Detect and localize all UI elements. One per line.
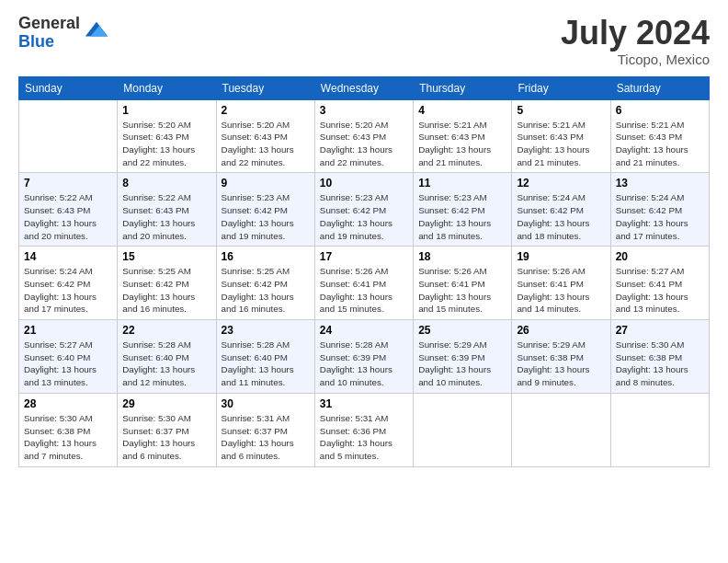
calendar-cell: 7Sunrise: 5:22 AMSunset: 6:43 PMDaylight… bbox=[19, 173, 118, 247]
calendar-cell: 12Sunrise: 5:24 AMSunset: 6:42 PMDayligh… bbox=[512, 173, 610, 247]
calendar-cell: 5Sunrise: 5:21 AMSunset: 6:43 PMDaylight… bbox=[512, 99, 610, 173]
day-of-week-wednesday: Wednesday bbox=[314, 76, 413, 99]
day-info: Sunrise: 5:23 AMSunset: 6:42 PMDaylight:… bbox=[418, 191, 506, 242]
logo-icon bbox=[84, 17, 109, 43]
week-row-5: 28Sunrise: 5:30 AMSunset: 6:38 PMDayligh… bbox=[19, 393, 710, 466]
day-number: 16 bbox=[222, 250, 310, 263]
calendar-cell: 6Sunrise: 5:21 AMSunset: 6:43 PMDaylight… bbox=[610, 99, 709, 173]
day-info: Sunrise: 5:26 AMSunset: 6:41 PMDaylight:… bbox=[320, 265, 408, 316]
calendar-cell: 20Sunrise: 5:27 AMSunset: 6:41 PMDayligh… bbox=[610, 247, 709, 320]
day-number: 31 bbox=[320, 397, 408, 410]
day-info: Sunrise: 5:23 AMSunset: 6:42 PMDaylight:… bbox=[320, 191, 408, 242]
title-block: July 2024 Ticopo, Mexico bbox=[561, 15, 710, 67]
day-number: 23 bbox=[222, 324, 310, 337]
calendar-cell: 15Sunrise: 5:25 AMSunset: 6:42 PMDayligh… bbox=[118, 247, 216, 320]
day-info: Sunrise: 5:28 AMSunset: 6:39 PMDaylight:… bbox=[320, 339, 408, 389]
week-row-1: 1Sunrise: 5:20 AMSunset: 6:43 PMDaylight… bbox=[19, 99, 710, 173]
calendar-cell bbox=[512, 393, 610, 466]
day-info: Sunrise: 5:22 AMSunset: 6:43 PMDaylight:… bbox=[122, 191, 210, 242]
day-number: 11 bbox=[418, 177, 506, 190]
day-number: 7 bbox=[24, 177, 112, 190]
calendar-cell: 2Sunrise: 5:20 AMSunset: 6:43 PMDaylight… bbox=[216, 99, 314, 173]
day-info: Sunrise: 5:20 AMSunset: 6:43 PMDaylight:… bbox=[222, 119, 310, 169]
calendar-cell bbox=[414, 393, 512, 466]
day-number: 15 bbox=[122, 250, 210, 263]
calendar-cell: 24Sunrise: 5:28 AMSunset: 6:39 PMDayligh… bbox=[314, 320, 413, 394]
day-info: Sunrise: 5:27 AMSunset: 6:40 PMDaylight:… bbox=[24, 339, 112, 389]
logo-general: General bbox=[18, 15, 80, 33]
day-info: Sunrise: 5:20 AMSunset: 6:43 PMDaylight:… bbox=[122, 119, 210, 169]
calendar-cell: 27Sunrise: 5:30 AMSunset: 6:38 PMDayligh… bbox=[610, 320, 709, 394]
day-number: 5 bbox=[517, 104, 605, 117]
calendar-cell: 8Sunrise: 5:22 AMSunset: 6:43 PMDaylight… bbox=[118, 173, 216, 247]
day-number: 26 bbox=[517, 324, 605, 337]
day-info: Sunrise: 5:21 AMSunset: 6:43 PMDaylight:… bbox=[616, 119, 704, 169]
day-info: Sunrise: 5:21 AMSunset: 6:43 PMDaylight:… bbox=[418, 119, 506, 169]
calendar-cell: 10Sunrise: 5:23 AMSunset: 6:42 PMDayligh… bbox=[314, 173, 413, 247]
day-number: 4 bbox=[418, 104, 506, 117]
week-row-2: 7Sunrise: 5:22 AMSunset: 6:43 PMDaylight… bbox=[19, 173, 710, 247]
logo-text: General Blue bbox=[18, 15, 80, 52]
day-of-week-monday: Monday bbox=[118, 76, 216, 99]
day-number: 22 bbox=[122, 324, 210, 337]
calendar-cell: 28Sunrise: 5:30 AMSunset: 6:38 PMDayligh… bbox=[19, 393, 118, 466]
calendar-cell: 19Sunrise: 5:26 AMSunset: 6:41 PMDayligh… bbox=[512, 247, 610, 320]
day-info: Sunrise: 5:31 AMSunset: 6:37 PMDaylight:… bbox=[222, 412, 310, 463]
calendar-cell: 22Sunrise: 5:28 AMSunset: 6:40 PMDayligh… bbox=[118, 320, 216, 394]
day-number: 1 bbox=[122, 104, 210, 117]
day-number: 19 bbox=[517, 250, 605, 263]
day-info: Sunrise: 5:30 AMSunset: 6:38 PMDaylight:… bbox=[24, 412, 112, 463]
day-of-week-thursday: Thursday bbox=[414, 76, 512, 99]
day-number: 13 bbox=[616, 177, 704, 190]
day-number: 24 bbox=[320, 324, 408, 337]
day-of-week-friday: Friday bbox=[512, 76, 610, 99]
calendar-cell: 4Sunrise: 5:21 AMSunset: 6:43 PMDaylight… bbox=[414, 99, 512, 173]
day-number: 17 bbox=[320, 250, 408, 263]
calendar-cell: 11Sunrise: 5:23 AMSunset: 6:42 PMDayligh… bbox=[414, 173, 512, 247]
day-info: Sunrise: 5:22 AMSunset: 6:43 PMDaylight:… bbox=[24, 191, 112, 242]
day-info: Sunrise: 5:31 AMSunset: 6:36 PMDaylight:… bbox=[320, 412, 408, 463]
day-info: Sunrise: 5:30 AMSunset: 6:37 PMDaylight:… bbox=[122, 412, 210, 463]
calendar-cell bbox=[610, 393, 709, 466]
week-row-3: 14Sunrise: 5:24 AMSunset: 6:42 PMDayligh… bbox=[19, 247, 710, 320]
day-of-week-tuesday: Tuesday bbox=[216, 76, 314, 99]
day-number: 30 bbox=[222, 397, 310, 410]
day-number: 14 bbox=[24, 250, 112, 263]
day-info: Sunrise: 5:21 AMSunset: 6:43 PMDaylight:… bbox=[517, 119, 605, 169]
calendar-cell: 25Sunrise: 5:29 AMSunset: 6:39 PMDayligh… bbox=[414, 320, 512, 394]
day-number: 29 bbox=[122, 397, 210, 410]
calendar-cell: 26Sunrise: 5:29 AMSunset: 6:38 PMDayligh… bbox=[512, 320, 610, 394]
day-number: 6 bbox=[616, 104, 704, 117]
day-number: 20 bbox=[616, 250, 704, 263]
day-info: Sunrise: 5:26 AMSunset: 6:41 PMDaylight:… bbox=[418, 265, 506, 316]
header: General Blue July 2024 Ticopo, Mexico bbox=[18, 15, 710, 67]
day-number: 21 bbox=[24, 324, 112, 337]
calendar-cell: 21Sunrise: 5:27 AMSunset: 6:40 PMDayligh… bbox=[19, 320, 118, 394]
day-number: 8 bbox=[122, 177, 210, 190]
day-info: Sunrise: 5:24 AMSunset: 6:42 PMDaylight:… bbox=[517, 191, 605, 242]
day-info: Sunrise: 5:30 AMSunset: 6:38 PMDaylight:… bbox=[616, 339, 704, 389]
calendar-cell: 31Sunrise: 5:31 AMSunset: 6:36 PMDayligh… bbox=[314, 393, 413, 466]
header-row: SundayMondayTuesdayWednesdayThursdayFrid… bbox=[19, 76, 710, 99]
calendar-table: SundayMondayTuesdayWednesdayThursdayFrid… bbox=[18, 76, 710, 467]
calendar-cell: 9Sunrise: 5:23 AMSunset: 6:42 PMDaylight… bbox=[216, 173, 314, 247]
day-number: 3 bbox=[320, 104, 408, 117]
week-row-4: 21Sunrise: 5:27 AMSunset: 6:40 PMDayligh… bbox=[19, 320, 710, 394]
calendar-cell bbox=[19, 99, 118, 173]
month-title: July 2024 bbox=[561, 15, 710, 52]
day-number: 18 bbox=[418, 250, 506, 263]
day-of-week-saturday: Saturday bbox=[610, 76, 709, 99]
day-of-week-sunday: Sunday bbox=[19, 76, 118, 99]
calendar-cell: 14Sunrise: 5:24 AMSunset: 6:42 PMDayligh… bbox=[19, 247, 118, 320]
day-number: 9 bbox=[222, 177, 310, 190]
day-info: Sunrise: 5:28 AMSunset: 6:40 PMDaylight:… bbox=[222, 339, 310, 389]
page: General Blue July 2024 Ticopo, Mexico Su… bbox=[0, 0, 728, 563]
calendar-cell: 17Sunrise: 5:26 AMSunset: 6:41 PMDayligh… bbox=[314, 247, 413, 320]
day-info: Sunrise: 5:25 AMSunset: 6:42 PMDaylight:… bbox=[122, 265, 210, 316]
day-info: Sunrise: 5:28 AMSunset: 6:40 PMDaylight:… bbox=[122, 339, 210, 389]
calendar-cell: 23Sunrise: 5:28 AMSunset: 6:40 PMDayligh… bbox=[216, 320, 314, 394]
day-info: Sunrise: 5:29 AMSunset: 6:38 PMDaylight:… bbox=[517, 339, 605, 389]
day-number: 12 bbox=[517, 177, 605, 190]
calendar-cell: 18Sunrise: 5:26 AMSunset: 6:41 PMDayligh… bbox=[414, 247, 512, 320]
day-info: Sunrise: 5:24 AMSunset: 6:42 PMDaylight:… bbox=[24, 265, 112, 316]
